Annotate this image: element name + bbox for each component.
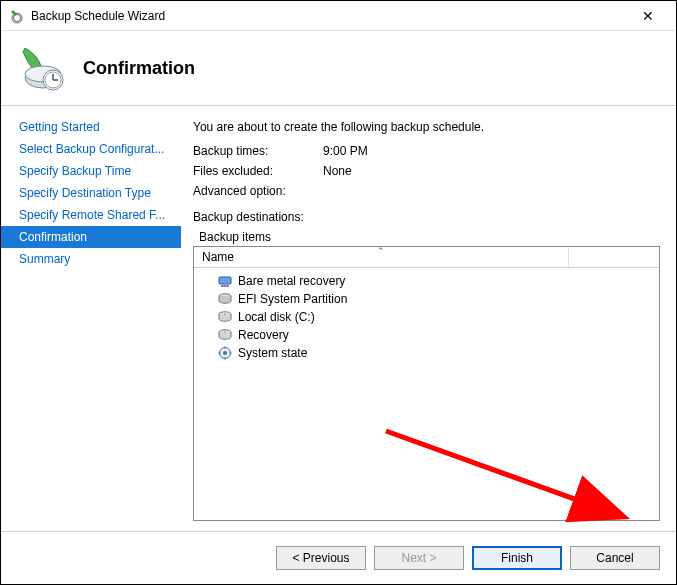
value-backup-times: 9:00 PM	[323, 144, 368, 158]
intro-text: You are about to create the following ba…	[193, 120, 660, 134]
svg-point-16	[223, 351, 227, 355]
column-name-label: Name	[202, 250, 234, 264]
finish-button[interactable]: Finish	[472, 546, 562, 570]
page-heading: Confirmation	[83, 58, 195, 79]
wizard-body: Getting StartedSelect Backup Configurat.…	[1, 106, 676, 531]
list-item[interactable]: System state	[194, 344, 659, 362]
list-item[interactable]: Bare metal recovery	[194, 272, 659, 290]
wizard-step[interactable]: Specify Destination Type	[1, 182, 181, 204]
label-backup-destinations: Backup destinations:	[193, 210, 660, 224]
column-name[interactable]: ⌃ Name	[194, 247, 569, 267]
list-item[interactable]: Recovery	[194, 326, 659, 344]
label-advanced-option: Advanced option:	[193, 184, 323, 198]
svg-point-14	[224, 332, 226, 333]
row-files-excluded: Files excluded: None	[193, 164, 660, 178]
list-item-label: EFI System Partition	[238, 292, 347, 306]
label-files-excluded: Files excluded:	[193, 164, 323, 178]
list-item-label: Recovery	[238, 328, 289, 342]
close-button[interactable]: ✕	[628, 8, 668, 24]
wizard-step[interactable]: Select Backup Configurat...	[1, 138, 181, 160]
wizard-step[interactable]: Specify Backup Time	[1, 160, 181, 182]
list-item-label: Bare metal recovery	[238, 274, 345, 288]
wizard-step[interactable]: Specify Remote Shared F...	[1, 204, 181, 226]
bare-metal-icon	[218, 274, 232, 288]
value-files-excluded: None	[323, 164, 352, 178]
wizard-footer: < Previous Next > Finish Cancel	[1, 531, 676, 584]
wizard-icon	[19, 44, 67, 92]
disk-icon	[218, 310, 232, 324]
column-spacer	[569, 247, 659, 267]
next-button: Next >	[374, 546, 464, 570]
wizard-step[interactable]: Getting Started	[1, 116, 181, 138]
backup-items-list[interactable]: ⌃ Name Bare metal recoveryEFI System Par…	[193, 246, 660, 521]
sort-caret-icon: ⌃	[377, 246, 385, 256]
svg-point-12	[224, 314, 226, 315]
svg-rect-8	[219, 277, 231, 284]
wizard-window: Backup Schedule Wizard ✕ Confirmation Ge…	[0, 0, 677, 585]
system-icon	[218, 346, 232, 360]
partition-icon	[218, 292, 232, 306]
label-backup-items: Backup items	[199, 230, 660, 244]
wizard-step[interactable]: Summary	[1, 248, 181, 270]
row-advanced-option: Advanced option:	[193, 184, 660, 198]
list-body: Bare metal recoveryEFI System PartitionL…	[194, 268, 659, 366]
window-title: Backup Schedule Wizard	[31, 9, 628, 23]
cancel-button[interactable]: Cancel	[570, 546, 660, 570]
previous-button[interactable]: < Previous	[276, 546, 366, 570]
disk-icon	[218, 328, 232, 342]
list-item[interactable]: Local disk (C:)	[194, 308, 659, 326]
label-backup-times: Backup times:	[193, 144, 323, 158]
wizard-steps: Getting StartedSelect Backup Configurat.…	[1, 106, 181, 531]
list-item[interactable]: EFI System Partition	[194, 290, 659, 308]
list-item-label: Local disk (C:)	[238, 310, 315, 324]
titlebar: Backup Schedule Wizard ✕	[1, 1, 676, 31]
wizard-step[interactable]: Confirmation	[1, 226, 181, 248]
svg-rect-9	[221, 285, 229, 287]
row-backup-times: Backup times: 9:00 PM	[193, 144, 660, 158]
wizard-header: Confirmation	[1, 31, 676, 106]
app-icon	[9, 8, 25, 24]
list-header[interactable]: ⌃ Name	[194, 247, 659, 268]
list-item-label: System state	[238, 346, 307, 360]
wizard-content: You are about to create the following ba…	[181, 106, 676, 531]
